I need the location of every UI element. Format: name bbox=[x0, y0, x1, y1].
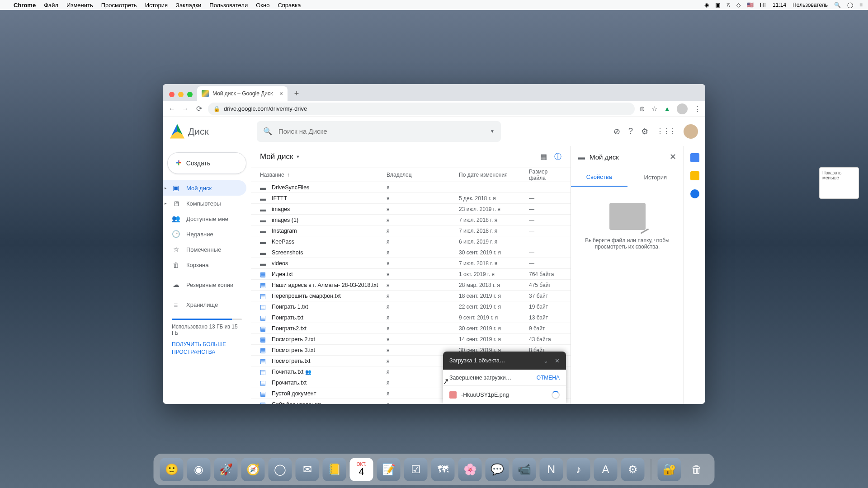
menu-help[interactable]: Справка bbox=[278, 2, 301, 9]
upload-file-row[interactable]: -HkuuUSY1pE.png bbox=[443, 386, 566, 404]
file-row[interactable]: ▬Instagramя7 июл. 2018 г. я— bbox=[251, 225, 571, 236]
clock-day[interactable]: Пт bbox=[760, 2, 766, 8]
search-bar[interactable]: 🔍 ▼ bbox=[257, 121, 501, 142]
dock-launchpad[interactable]: 🚀 bbox=[214, 458, 238, 481]
active-app-name[interactable]: Chrome bbox=[14, 2, 36, 9]
dock-contacts[interactable]: 📒 bbox=[323, 458, 346, 481]
install-app-icon[interactable]: ⊕ bbox=[639, 105, 645, 113]
maximize-window-button[interactable] bbox=[187, 92, 193, 97]
back-button[interactable]: ← bbox=[167, 105, 176, 113]
ready-offline-icon[interactable]: ⊘ bbox=[613, 127, 620, 136]
file-row[interactable]: ▤Поиграть.txtя9 сент. 2019 г. я13 байт bbox=[251, 312, 571, 323]
drive-extension-icon[interactable]: ▲ bbox=[664, 105, 670, 113]
close-window-button[interactable] bbox=[169, 92, 175, 97]
input-flag-icon[interactable]: 🇺🇸 bbox=[747, 2, 754, 8]
column-name[interactable]: Название ↑ bbox=[260, 172, 387, 178]
drive-logo[interactable]: Диск bbox=[170, 124, 251, 139]
toast-close-icon[interactable]: ✕ bbox=[555, 357, 560, 364]
column-owner[interactable]: Владелец bbox=[387, 172, 459, 178]
bluetooth-icon[interactable]: ⚻ bbox=[726, 2, 730, 8]
menu-history[interactable]: История bbox=[145, 2, 168, 9]
dock-messages[interactable]: 💬 bbox=[486, 458, 509, 481]
upload-cancel-button[interactable]: ОТМЕНА bbox=[537, 375, 560, 381]
siri-menubar-icon[interactable]: ◯ bbox=[847, 2, 853, 8]
clock-time[interactable]: 11:14 bbox=[773, 2, 786, 8]
details-tab-history[interactable]: История bbox=[627, 168, 684, 187]
search-options-icon[interactable]: ▼ bbox=[490, 129, 495, 134]
keep-addon-icon[interactable] bbox=[690, 171, 699, 180]
sidebar-recent[interactable]: 🕑 Недавние bbox=[163, 226, 246, 242]
menu-window[interactable]: Окно bbox=[256, 2, 269, 9]
dock-settings[interactable]: ⚙ bbox=[621, 458, 645, 481]
dock-siri[interactable]: ◉ bbox=[187, 458, 211, 481]
dock-appstore[interactable]: A bbox=[594, 458, 618, 481]
minimize-window-button[interactable] bbox=[178, 92, 184, 97]
new-tab-button[interactable]: + bbox=[290, 87, 303, 100]
screencast-icon[interactable]: ◉ bbox=[704, 2, 709, 8]
upgrade-storage-link[interactable]: ПОЛУЧИТЬ БОЛЬШЕ ПРОСТРАНСТВА bbox=[172, 341, 242, 356]
tasks-addon-icon[interactable] bbox=[690, 189, 699, 198]
bookmark-star-icon[interactable]: ☆ bbox=[651, 105, 657, 113]
profile-avatar[interactable] bbox=[677, 103, 688, 114]
column-size[interactable]: Размер файла bbox=[529, 169, 561, 181]
menu-file[interactable]: Файл bbox=[44, 2, 58, 9]
toast-collapse-icon[interactable]: ⌄ bbox=[543, 357, 548, 364]
file-row[interactable]: ▬images (1)я7 июл. 2018 г. я— bbox=[251, 215, 571, 225]
file-row[interactable]: ▬imagesя23 июл. 2019 г. я— bbox=[251, 204, 571, 215]
file-row[interactable]: ▬DriveSyncFilesя bbox=[251, 182, 571, 193]
sidebar-storage[interactable]: ≡ Хранилище bbox=[163, 297, 246, 312]
settings-gear-icon[interactable]: ⚙ bbox=[641, 127, 648, 136]
account-avatar[interactable] bbox=[684, 124, 698, 139]
menu-edit[interactable]: Изменить bbox=[66, 2, 93, 9]
column-date[interactable]: По дате изменения bbox=[459, 172, 529, 178]
file-row[interactable]: ▬IFTTTя5 дек. 2018 г. я— bbox=[251, 193, 571, 204]
dock-trash[interactable]: 🗑 bbox=[685, 458, 708, 481]
reload-button[interactable]: ⟳ bbox=[194, 104, 203, 113]
dock-safari[interactable]: 🧭 bbox=[241, 458, 265, 481]
airplay-icon[interactable]: ▣ bbox=[715, 2, 720, 8]
expand-chevron-icon[interactable]: ▸ bbox=[165, 186, 167, 190]
menu-view[interactable]: Просмотреть bbox=[101, 2, 137, 9]
dock-news[interactable]: N bbox=[540, 458, 563, 481]
apps-grid-icon[interactable]: ⋮⋮⋮ bbox=[656, 127, 675, 136]
sidebar-trash[interactable]: 🗑 Корзина bbox=[163, 257, 246, 272]
file-row[interactable]: ▤Перепрошить смарфон.txtя18 сент. 2019 г… bbox=[251, 291, 571, 301]
create-button[interactable]: + Создать bbox=[167, 152, 246, 174]
calendar-addon-icon[interactable] bbox=[690, 153, 699, 162]
dock-notes[interactable]: 📝 bbox=[377, 458, 401, 481]
sidebar-computers[interactable]: ▸ 🖥 Компьютеры bbox=[163, 196, 246, 211]
dock-facetime[interactable]: 📹 bbox=[513, 458, 536, 481]
dock-finder[interactable]: 🙂 bbox=[160, 458, 184, 481]
dock-mail[interactable]: ✉ bbox=[296, 458, 319, 481]
breadcrumb[interactable]: Мой диск ▼ bbox=[260, 152, 300, 161]
dock-calendar[interactable]: ОКТ.4 bbox=[350, 458, 373, 481]
file-row[interactable]: ▤Поиграть 1.txtя22 сент. 2019 г. я19 бай… bbox=[251, 301, 571, 312]
support-icon[interactable]: ? bbox=[628, 127, 633, 136]
menu-bookmarks[interactable]: Закладки bbox=[176, 2, 201, 9]
sidebar-backups[interactable]: ☁ Резервные копии bbox=[163, 277, 246, 292]
tab-close-icon[interactable]: × bbox=[279, 90, 283, 97]
dock-chrome[interactable]: ◯ bbox=[269, 458, 292, 481]
file-row[interactable]: ▤Идея.txtя1 окт. 2019 г. я764 байта bbox=[251, 269, 571, 280]
dock-keychain[interactable]: 🔐 bbox=[658, 458, 681, 481]
dock-reminders[interactable]: ☑ bbox=[404, 458, 428, 481]
dock-music[interactable]: ♪ bbox=[567, 458, 590, 481]
chrome-menu-icon[interactable]: ⋮ bbox=[694, 105, 701, 113]
user-menu[interactable]: Пользователь bbox=[793, 2, 828, 8]
forward-button[interactable]: → bbox=[181, 105, 190, 113]
sidebar-my-drive[interactable]: ▸ ▣ Мой диск bbox=[163, 180, 246, 196]
details-close-icon[interactable]: ✕ bbox=[670, 152, 676, 162]
file-row[interactable]: ▤Посмотреть 2.txtя14 сент. 2019 г. я43 б… bbox=[251, 334, 571, 345]
search-input[interactable] bbox=[278, 127, 484, 135]
wifi-icon[interactable]: ◇ bbox=[736, 2, 741, 8]
file-row[interactable]: ▬Screenshotsя30 сент. 2019 г. я— bbox=[251, 247, 571, 258]
file-row[interactable]: ▬videosя7 июл. 2018 г. я— bbox=[251, 258, 571, 269]
file-row[interactable]: ▤Поиграть2.txtя30 сент. 2019 г. я9 байт bbox=[251, 323, 571, 334]
sidebar-starred[interactable]: ☆ Помеченные bbox=[163, 242, 246, 257]
address-bar[interactable]: 🔒 drive.google.com/drive/my-drive bbox=[208, 103, 635, 115]
browser-tab[interactable]: Мой диск – Google Диск × bbox=[197, 86, 288, 101]
dock-maps[interactable]: 🗺 bbox=[431, 458, 455, 481]
menu-users[interactable]: Пользователи bbox=[209, 2, 248, 9]
file-row[interactable]: ▬KeePassя6 июл. 2019 г. я— bbox=[251, 236, 571, 247]
dock-photos[interactable]: 🌸 bbox=[458, 458, 482, 481]
